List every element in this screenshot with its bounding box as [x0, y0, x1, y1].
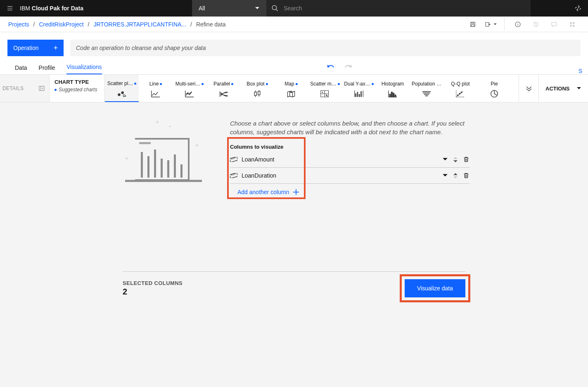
search-input[interactable]: Search — [266, 0, 531, 17]
operation-code-input[interactable]: Code an operation to cleanse and shape y… — [70, 40, 581, 56]
plus-icon — [293, 189, 299, 195]
column-dropdown[interactable] — [442, 173, 448, 178]
info-icon[interactable] — [510, 18, 525, 31]
column-name: LoanDuration — [242, 172, 276, 179]
svg-point-19 — [322, 92, 323, 93]
svg-rect-45 — [161, 159, 163, 178]
svg-point-20 — [326, 95, 327, 96]
svg-point-12 — [118, 93, 121, 96]
svg-point-34 — [458, 95, 459, 96]
svg-line-58 — [234, 173, 234, 175]
delete-column-icon[interactable] — [463, 156, 469, 163]
chart-type-parallel[interactable]: Parallel — [206, 75, 240, 102]
breadcrumb-projects[interactable]: Projects — [8, 21, 29, 28]
comments-icon[interactable] — [547, 18, 562, 31]
svg-rect-15 — [254, 92, 256, 96]
svg-point-14 — [123, 95, 125, 97]
chart-type-histogram[interactable]: Histogram — [376, 75, 410, 102]
column-dropdown[interactable] — [442, 157, 448, 161]
expand-charts-button[interactable] — [519, 75, 538, 102]
svg-rect-29 — [395, 95, 396, 97]
breadcrumb-asset[interactable]: JRTORRES.JRTAPPLICANTFINA... — [94, 21, 187, 28]
svg-rect-32 — [423, 93, 430, 93]
svg-line-59 — [235, 173, 235, 175]
tab-visualizations[interactable]: Visualizations — [66, 60, 102, 74]
chart-type-population[interactable]: Population … — [410, 75, 443, 102]
add-column-button[interactable]: Add another column — [230, 184, 469, 197]
svg-rect-30 — [425, 95, 428, 96]
undo-button[interactable] — [324, 61, 337, 74]
svg-rect-26 — [389, 94, 391, 97]
chart-type-scatter[interactable]: Scatter pl… — [105, 75, 139, 102]
tab-data[interactable]: Data — [15, 61, 27, 74]
svg-rect-48 — [180, 164, 183, 178]
svg-rect-7 — [570, 22, 572, 24]
selected-columns-count: 2 — [123, 287, 183, 297]
column-row: LoanAmount — [230, 152, 469, 168]
chart-type-multiseries[interactable]: Multi-seri… — [173, 75, 206, 102]
hamburger-menu-icon[interactable] — [0, 0, 20, 17]
svg-point-17 — [290, 91, 292, 93]
column-reorder[interactable] — [453, 172, 458, 179]
svg-rect-46 — [167, 160, 169, 178]
svg-rect-41 — [139, 142, 151, 144]
measure-icon — [230, 173, 237, 178]
svg-point-0 — [272, 5, 277, 10]
expand-panel-icon — [38, 85, 45, 92]
svg-text:+: + — [195, 142, 199, 148]
chart-placeholder-illustration: + + — [123, 119, 205, 185]
breadcrumb-current: Refine data — [196, 21, 226, 28]
chevron-down-icon — [576, 87, 581, 90]
grid-icon[interactable] — [565, 18, 580, 31]
svg-rect-31 — [424, 94, 429, 95]
chart-type-map[interactable]: Map — [274, 75, 308, 102]
chart-type-pie[interactable]: Pie — [477, 75, 511, 102]
assistant-icon[interactable] — [568, 0, 588, 17]
breadcrumb-project[interactable]: CreditRiskProject — [39, 21, 83, 28]
chart-type-line[interactable]: Line — [139, 75, 173, 102]
svg-line-53 — [234, 157, 234, 159]
visualize-data-button[interactable]: Visualize data — [405, 279, 465, 297]
save-icon[interactable] — [465, 18, 480, 31]
column-reorder[interactable] — [453, 156, 458, 163]
svg-rect-28 — [393, 93, 394, 97]
svg-point-35 — [459, 93, 460, 95]
steps-link[interactable]: S — [577, 68, 582, 74]
svg-rect-3 — [472, 24, 474, 26]
run-icon[interactable] — [484, 18, 498, 31]
svg-line-56 — [231, 174, 232, 176]
svg-rect-8 — [573, 22, 574, 24]
redo-button[interactable] — [341, 61, 355, 74]
svg-point-39 — [170, 126, 171, 127]
search-filter-dropdown[interactable]: All — [192, 0, 266, 17]
details-panel-toggle[interactable]: DETAILS — [0, 75, 50, 102]
tab-profile[interactable]: Profile — [39, 61, 55, 74]
svg-rect-33 — [422, 91, 431, 92]
svg-rect-25 — [360, 91, 362, 97]
svg-rect-2 — [472, 22, 474, 23]
chevron-down-icon — [255, 7, 260, 10]
chart-type-dual-y[interactable]: Dual Y-ax… — [342, 75, 376, 102]
measure-icon — [230, 157, 237, 162]
svg-rect-23 — [357, 92, 358, 97]
svg-rect-4 — [486, 22, 489, 26]
filter-value: All — [199, 5, 205, 12]
svg-rect-43 — [147, 156, 149, 178]
svg-point-36 — [461, 92, 462, 93]
chart-type-boxplot[interactable]: Box plot — [240, 75, 274, 102]
operation-button[interactable]: Operation + — [7, 40, 64, 56]
svg-rect-9 — [570, 25, 572, 26]
svg-rect-24 — [359, 94, 360, 97]
history-icon[interactable] — [529, 18, 543, 31]
delete-column-icon[interactable] — [463, 172, 469, 179]
svg-point-21 — [327, 95, 327, 96]
chart-type-qq[interactable]: Q-Q plot — [443, 75, 477, 102]
svg-rect-6 — [552, 22, 557, 26]
svg-rect-44 — [154, 150, 156, 178]
brand-label: IBM Cloud Pak for Data — [20, 5, 87, 12]
svg-text:+: + — [156, 119, 159, 125]
svg-rect-10 — [573, 25, 574, 26]
actions-dropdown[interactable]: ACTIONS — [538, 75, 588, 102]
chart-type-scatter-matrix[interactable]: Scatter m… — [308, 75, 342, 102]
instruction-text: Choose a chart above or select columns b… — [230, 119, 469, 136]
